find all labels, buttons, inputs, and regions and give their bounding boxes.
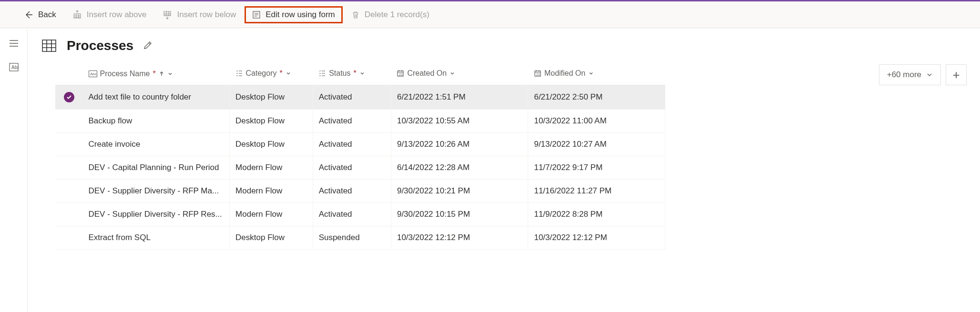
header-label: Category [246, 69, 277, 78]
back-arrow-icon [24, 10, 33, 20]
table-row[interactable]: Create invoiceDesktop FlowActivated9/13/… [55, 133, 665, 156]
table-row[interactable]: Extract from SQLDesktop FlowSuspended10/… [55, 226, 665, 250]
cell-category[interactable]: Modern Flow [230, 156, 313, 180]
edit-row-using-form-button[interactable]: Edit row using form [245, 7, 342, 22]
table-row[interactable]: Backup flowDesktop FlowActivated10/3/202… [55, 110, 665, 133]
header-label: Status [329, 69, 350, 78]
cell-status[interactable]: Activated [313, 133, 391, 156]
optionset-icon [318, 70, 326, 77]
cell-modified-on[interactable]: 11/16/2022 11:27 PM [528, 180, 665, 203]
cell-created-on[interactable]: 10/3/2022 12:12 PM [391, 226, 528, 250]
row-select-cell[interactable] [55, 180, 83, 203]
svg-text:Abc: Abc [90, 72, 97, 76]
cell-process-name[interactable]: DEV - Supplier Diversity - RFP Res... [83, 203, 230, 226]
cell-process-name[interactable]: Create invoice [83, 133, 230, 156]
row-select-cell[interactable] [55, 85, 83, 110]
rail-text-icon[interactable]: Abc [7, 60, 20, 74]
cell-category[interactable]: Modern Flow [230, 203, 313, 226]
page-header: Processes [41, 38, 967, 54]
optionset-icon [235, 70, 243, 77]
cell-status[interactable]: Suspended [313, 226, 391, 250]
rail-lines-icon[interactable] [7, 37, 20, 50]
header-process-name[interactable]: Abc Process Name* [83, 64, 230, 85]
svg-rect-5 [42, 40, 56, 51]
more-columns-label: +60 more [887, 70, 921, 80]
cell-category[interactable]: Desktop Flow [230, 110, 313, 133]
more-columns-button[interactable]: +60 more [879, 64, 941, 85]
table-row[interactable]: Add text file to country folderDesktop F… [55, 85, 665, 110]
cell-process-name[interactable]: DEV - Supplier Diversity - RFP Ma... [83, 180, 230, 203]
cell-created-on[interactable]: 6/21/2022 1:51 PM [391, 85, 528, 110]
edit-title-button[interactable] [143, 40, 153, 51]
selected-check-icon [64, 92, 74, 102]
cell-status[interactable]: Activated [313, 203, 391, 226]
cell-created-on[interactable]: 9/30/2022 10:15 PM [391, 203, 528, 226]
cell-category[interactable]: Desktop Flow [230, 226, 313, 250]
delete-label: Delete 1 record(s) [365, 10, 429, 20]
cell-status[interactable]: Activated [313, 180, 391, 203]
row-select-cell[interactable] [55, 156, 83, 180]
cell-status[interactable]: Activated [313, 156, 391, 180]
insert-row-below-button[interactable]: Insert row below [156, 7, 243, 22]
cell-modified-on[interactable]: 6/21/2022 2:50 PM [528, 85, 665, 110]
cell-modified-on[interactable]: 9/13/2022 10:27 AM [528, 133, 665, 156]
svg-text:21: 21 [536, 73, 540, 76]
row-select-cell[interactable] [55, 110, 83, 133]
cell-status[interactable]: Activated [313, 85, 391, 110]
command-bar: Back Insert row above Insert row below E… [0, 1, 980, 28]
plus-icon: + [952, 68, 960, 82]
cell-created-on[interactable]: 9/30/2022 10:21 PM [391, 180, 528, 203]
cell-process-name[interactable]: Add text file to country folder [83, 85, 230, 110]
chevron-down-icon [449, 70, 455, 76]
page-title: Processes [67, 38, 133, 53]
cell-category[interactable]: Desktop Flow [230, 133, 313, 156]
edit-form-label: Edit row using form [265, 10, 335, 20]
row-select-cell[interactable] [55, 203, 83, 226]
back-button[interactable]: Back [17, 7, 63, 22]
header-category[interactable]: Category* [230, 64, 313, 85]
insert-below-icon [163, 10, 172, 20]
header-row: Abc Process Name* Category* [55, 64, 665, 85]
header-select[interactable] [55, 64, 83, 85]
chevron-down-icon [588, 70, 594, 76]
chevron-down-icon [359, 70, 365, 76]
header-status[interactable]: Status* [313, 64, 391, 85]
header-label: Modified On [544, 69, 585, 78]
cell-modified-on[interactable]: 11/7/2022 9:17 PM [528, 156, 665, 180]
trash-icon [351, 10, 360, 19]
insert-below-label: Insert row below [177, 10, 236, 20]
add-column-button[interactable]: + [946, 64, 967, 85]
cell-status[interactable]: Activated [313, 110, 391, 133]
sort-asc-icon [159, 71, 164, 77]
table-row[interactable]: DEV - Supplier Diversity - RFP Ma...Mode… [55, 180, 665, 203]
row-select-cell[interactable] [55, 226, 83, 250]
cell-created-on[interactable]: 10/3/2022 10:55 AM [391, 110, 528, 133]
svg-text:Abc: Abc [11, 65, 19, 70]
header-created-on[interactable]: 21 Created On [391, 64, 528, 85]
row-select-cell[interactable] [55, 133, 83, 156]
delete-record-button[interactable]: Delete 1 record(s) [345, 7, 436, 22]
insert-above-label: Insert row above [87, 10, 147, 20]
cell-category[interactable]: Modern Flow [230, 180, 313, 203]
table-row[interactable]: DEV - Supplier Diversity - RFP Res...Mod… [55, 203, 665, 226]
insert-above-icon [72, 10, 82, 20]
chevron-down-icon [926, 71, 933, 78]
cell-process-name[interactable]: Backup flow [83, 110, 230, 133]
calendar-icon: 21 [534, 70, 541, 77]
calendar-icon: 21 [397, 70, 404, 77]
cell-created-on[interactable]: 6/14/2022 12:28 AM [391, 156, 528, 180]
cell-created-on[interactable]: 9/13/2022 10:26 AM [391, 133, 528, 156]
cell-modified-on[interactable]: 11/9/2022 8:28 PM [528, 203, 665, 226]
table-row[interactable]: DEV - Capital Planning - Run PeriodModer… [55, 156, 665, 180]
cell-process-name[interactable]: DEV - Capital Planning - Run Period [83, 156, 230, 180]
cell-category[interactable]: Desktop Flow [230, 85, 313, 110]
header-modified-on[interactable]: 21 Modified On [528, 64, 665, 85]
insert-row-above-button[interactable]: Insert row above [66, 7, 153, 22]
svg-text:21: 21 [399, 73, 403, 76]
cell-modified-on[interactable]: 10/3/2022 11:00 AM [528, 110, 665, 133]
table-icon [41, 38, 57, 54]
cell-process-name[interactable]: Extract from SQL [83, 226, 230, 250]
left-rail: Abc [0, 28, 28, 312]
chevron-down-icon [167, 71, 173, 77]
cell-modified-on[interactable]: 10/3/2022 12:12 PM [528, 226, 665, 250]
